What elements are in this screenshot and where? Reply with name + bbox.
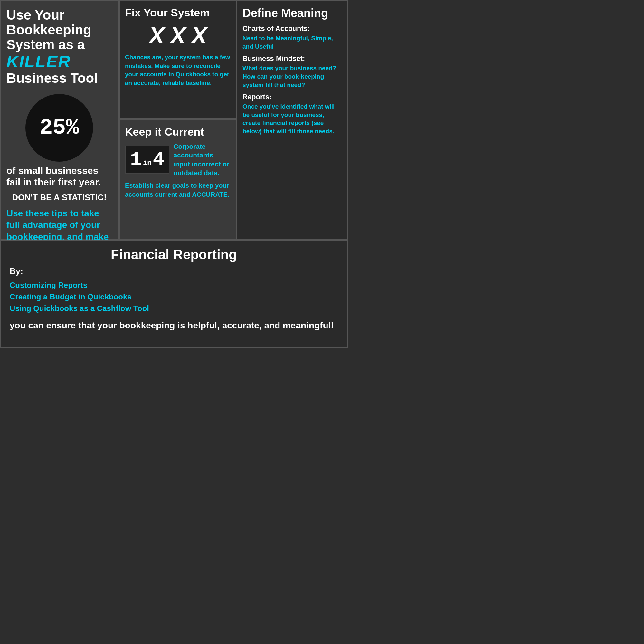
one-in-four-box: 1 in 4 <box>125 146 169 174</box>
charts-body: Need to be Meaningful, Simple, and Usefu… <box>242 34 342 51</box>
corporate-text: Corporate accountants input incorrect or… <box>173 142 231 177</box>
reports-body: Once you've identified what will be usef… <box>242 102 342 136</box>
x3: X <box>192 22 207 49</box>
define-meaning-title: Define Meaning <box>242 6 342 20</box>
keep-current-panel: Keep it Current 1 in 4 Corporate account… <box>119 119 237 240</box>
one-in-four-container: 1 in 4 Corporate accountants input incor… <box>125 142 231 177</box>
mindset-title: Business Mindset: <box>242 54 342 63</box>
intro-panel: Use Your Bookkeeping System as a KILLER … <box>0 0 119 240</box>
reports-title: Reports: <box>242 93 342 101</box>
report-link-1[interactable]: Customizing Reports <box>10 279 338 291</box>
killer-text: KILLER <box>6 52 71 71</box>
report-links: Customizing Reports Creating a Budget in… <box>10 279 338 314</box>
by-label: By: <box>10 266 338 276</box>
charts-title: Charts of Accounts: <box>242 24 342 33</box>
keep-current-title: Keep it Current <box>125 126 231 138</box>
dont-be-text: DON'T BE A STATISTIC! <box>6 193 112 203</box>
percent-circle: 25% <box>25 94 93 162</box>
keep-body: Establish clear goals to keep your accou… <box>125 181 231 199</box>
in-text: in <box>143 159 151 167</box>
report-link-2[interactable]: Creating a Budget in Quickbooks <box>10 291 338 303</box>
xxx-container: X X X <box>125 22 231 49</box>
fix-system-panel: Fix Your System X X X Chances are, your … <box>119 0 237 119</box>
main-title: Use Your Bookkeeping System as a KILLER … <box>6 8 112 86</box>
financial-title: Financial Reporting <box>10 247 338 262</box>
fix-system-title: Fix Your System <box>125 6 231 19</box>
report-link-3[interactable]: Using Quickbooks as a Cashflow Tool <box>10 303 338 314</box>
define-meaning-panel: Define Meaning Charts of Accounts: Need … <box>237 0 348 240</box>
ensure-text: you can ensure that your bookkeeping is … <box>10 319 338 332</box>
mindset-body: What does your business need? How can yo… <box>242 64 342 89</box>
financial-reporting-panel: Financial Reporting By: Customizing Repo… <box>0 240 348 348</box>
x1: X <box>149 22 164 49</box>
num-4: 4 <box>153 149 164 171</box>
num-1: 1 <box>130 149 142 171</box>
stat-circle-container: 25% <box>6 94 112 162</box>
stat-text: of small businesses fail in their first … <box>6 165 112 188</box>
percent-value: 25% <box>40 115 79 140</box>
x2: X <box>170 22 185 49</box>
fix-system-body: Chances are, your system has a few mista… <box>125 53 231 87</box>
